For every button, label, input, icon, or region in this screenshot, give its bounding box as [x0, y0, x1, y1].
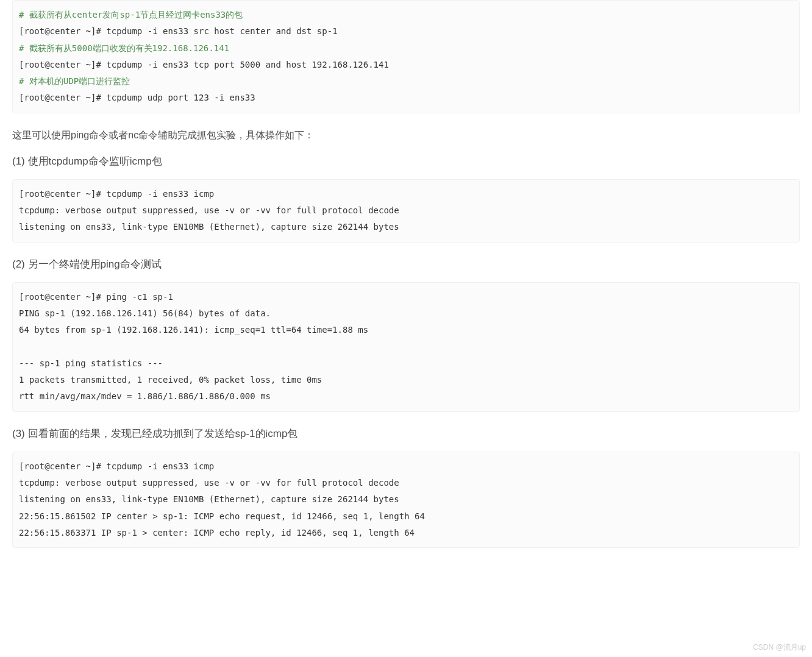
- description-paragraph: 这里可以使用ping命令或者nc命令辅助完成抓包实验，具体操作如下：: [12, 127, 800, 143]
- code-line: [root@center ~]# tcpdump -i ens33 src ho…: [19, 26, 338, 36]
- step-1-heading: (1) 使用tcpdump命令监听icmp包: [12, 153, 800, 171]
- code-block-2: [root@center ~]# tcpdump -i ens33 icmp t…: [12, 179, 800, 243]
- code-comment: # 对本机的UDP端口进行监控: [19, 76, 130, 86]
- step-2-heading: (2) 另一个终端使用ping命令测试: [12, 256, 800, 274]
- code-comment: # 截获所有从5000端口收发的有关192.168.126.141: [19, 43, 229, 53]
- code-line: [root@center ~]# tcpdump udp port 123 -i…: [19, 93, 255, 102]
- code-content: [root@center ~]# ping -c1 sp-1 PING sp-1…: [19, 289, 793, 405]
- code-block-3: [root@center ~]# ping -c1 sp-1 PING sp-1…: [12, 282, 800, 412]
- step-3-heading: (3) 回看前面的结果，发现已经成功抓到了发送给sp-1的icmp包: [12, 425, 800, 443]
- code-content: [root@center ~]# tcpdump -i ens33 icmp t…: [19, 458, 793, 541]
- code-line: [root@center ~]# tcpdump -i ens33 tcp po…: [19, 60, 389, 69]
- code-block-1: # 截获所有从center发向sp-1节点且经过网卡ens33的包 [root@…: [12, 0, 800, 113]
- code-content: [root@center ~]# tcpdump -i ens33 icmp t…: [19, 186, 793, 236]
- code-comment: # 截获所有从center发向sp-1节点且经过网卡ens33的包: [19, 10, 243, 20]
- code-block-4: [root@center ~]# tcpdump -i ens33 icmp t…: [12, 452, 800, 548]
